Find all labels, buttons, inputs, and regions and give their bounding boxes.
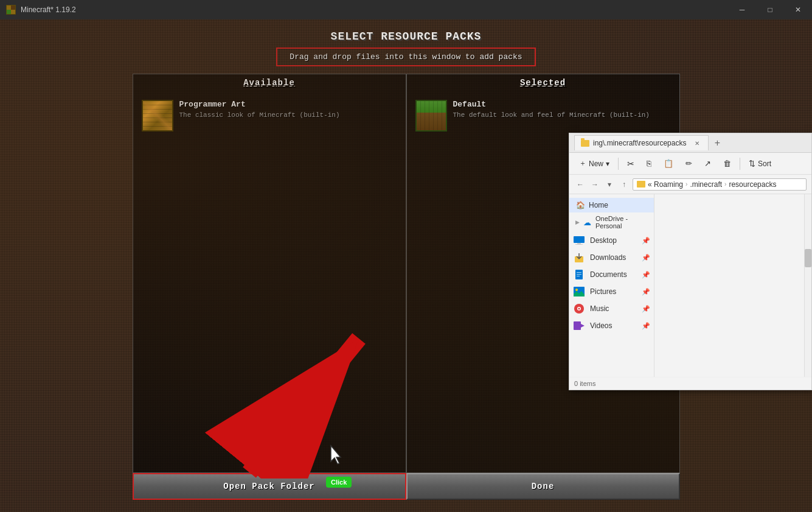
pictures-pin: 📌 — [642, 288, 650, 296]
svg-rect-7 — [574, 236, 585, 243]
delete-icon: 🗑 — [723, 159, 731, 168]
videos-pin: 📌 — [642, 322, 650, 330]
paste-button[interactable]: 📋 — [659, 157, 678, 170]
documents-pin: 📌 — [642, 271, 650, 279]
available-panel: Available Programmer Art The classic loo… — [133, 74, 406, 473]
programmer-art-item[interactable]: Programmer Art The classic look of Minec… — [138, 96, 401, 135]
quick-videos[interactable]: Videos 📌 — [569, 317, 654, 334]
scrollbar-thumb — [805, 249, 811, 267]
music-icon — [573, 303, 585, 315]
share-icon: ↗ — [704, 159, 711, 168]
programmer-art-name: Programmer Art — [179, 100, 397, 109]
minecraft-screen: Select Resource Packs Drag and drop file… — [0, 19, 812, 512]
desktop-pin: 📌 — [642, 237, 650, 245]
svg-rect-12 — [577, 272, 581, 273]
addr-part-2: .minecraft — [690, 180, 722, 189]
toolbar-sep-1 — [618, 158, 619, 170]
screen-title: Select Resource Packs — [331, 30, 482, 43]
explorer-address-bar: ← → ▾ ↑ « Roaming › .minecraft › resourc… — [569, 175, 811, 194]
new-tab-button[interactable]: + — [710, 136, 724, 150]
available-content: Programmer Art The classic look of Minec… — [133, 91, 406, 472]
videos-icon — [573, 320, 585, 332]
programmer-art-desc: The classic look of Minecraft (built-in) — [179, 111, 397, 120]
cut-button[interactable]: ✂ — [622, 157, 639, 170]
explorer-scrollbar[interactable] — [804, 194, 811, 377]
videos-label: Videos — [590, 321, 612, 330]
svg-rect-8 — [577, 243, 581, 244]
default-pack-info: Default The default look and feel of Min… — [453, 100, 671, 120]
explorer-content: 🏠 Home ▶ ☁ OneDrive - Personal Desktop 📌 — [569, 194, 811, 377]
tab-close-button[interactable]: ✕ — [692, 138, 702, 148]
default-pack-item[interactable]: Default The default look and feel of Min… — [412, 96, 675, 135]
sort-button[interactable]: ⇅ Sort — [744, 157, 776, 170]
pictures-icon — [573, 286, 585, 298]
explorer-toolbar: ＋ New ▾ ✂ ⎘ 📋 ✏ ↗ 🗑 — [569, 153, 811, 175]
open-pack-folder-button[interactable]: Open Pack Folder — [133, 473, 406, 500]
expand-icon: ▶ — [575, 219, 580, 225]
sidebar-onedrive-label: OneDrive - Personal — [595, 215, 648, 230]
svg-rect-14 — [577, 276, 580, 276]
up-button[interactable]: ↑ — [618, 178, 630, 191]
address-field[interactable]: « Roaming › .minecraft › resourcepacks — [633, 178, 807, 191]
drag-drop-banner: Drag and drop files into this window to … — [276, 47, 535, 66]
toolbar-sep-2 — [740, 158, 740, 170]
maximize-button[interactable]: □ — [756, 0, 784, 19]
documents-label: Documents — [590, 270, 627, 279]
new-button[interactable]: ＋ New ▾ — [574, 156, 614, 170]
desktop-label: Desktop — [590, 236, 617, 245]
quick-documents[interactable]: Documents 📌 — [569, 266, 654, 283]
explorer-main-content — [654, 194, 811, 377]
new-icon: ＋ — [579, 158, 586, 169]
back-button[interactable]: ← — [574, 178, 586, 191]
delete-button[interactable]: 🗑 — [718, 157, 736, 170]
addr-part-1: « Roaming — [648, 180, 683, 189]
bottom-buttons: Open Pack Folder Done — [133, 473, 680, 500]
sidebar-home-label: Home — [589, 201, 608, 209]
quick-pictures[interactable]: Pictures 📌 — [569, 283, 654, 300]
default-pack-name: Default — [453, 100, 671, 109]
explorer-tabs: ing\.minecraft\resourcepacks ✕ + — [569, 133, 811, 153]
window-controls: ─ □ ✕ — [728, 0, 812, 19]
sidebar-onedrive[interactable]: ▶ ☁ OneDrive - Personal — [569, 212, 654, 232]
share-button[interactable]: ↗ — [699, 157, 716, 170]
selected-header: Selected — [407, 74, 679, 91]
quick-desktop[interactable]: Desktop 📌 — [569, 232, 654, 249]
done-button[interactable]: Done — [406, 473, 680, 500]
svg-rect-20 — [574, 321, 581, 330]
addr-part-3: resourcepacks — [729, 180, 776, 189]
explorer-panel: ing\.minecraft\resourcepacks ✕ + ＋ New ▾… — [569, 133, 812, 390]
copy-button[interactable]: ⎘ — [642, 157, 656, 170]
home-icon: 🏠 — [575, 200, 585, 210]
sort-icon: ⇅ — [749, 159, 755, 168]
tab-title: ing\.minecraft\resourcepacks — [593, 139, 686, 147]
rename-icon: ✏ — [685, 159, 692, 168]
explorer-sidebar: 🏠 Home ▶ ☁ OneDrive - Personal Desktop 📌 — [569, 194, 654, 377]
cut-icon: ✂ — [627, 159, 634, 169]
pictures-label: Pictures — [590, 287, 616, 296]
default-pack-desc: The default look and feel of Minecraft (… — [453, 111, 671, 120]
svg-rect-13 — [577, 274, 581, 275]
documents-icon — [573, 268, 585, 281]
svg-rect-1 — [11, 5, 15, 10]
new-chevron: ▾ — [606, 160, 609, 168]
tab-folder-icon — [581, 140, 589, 147]
svg-rect-0 — [7, 5, 11, 10]
titlebar: Minecraft* 1.19.2 ─ □ ✕ — [0, 0, 812, 19]
new-label: New — [589, 160, 603, 168]
quick-downloads[interactable]: Downloads 📌 — [569, 249, 654, 266]
close-button[interactable]: ✕ — [784, 0, 812, 19]
desktop-icon — [573, 234, 585, 247]
downloads-icon — [573, 251, 585, 264]
rename-button[interactable]: ✏ — [681, 157, 697, 170]
recent-button[interactable]: ▾ — [603, 178, 616, 191]
sidebar-home[interactable]: 🏠 Home — [569, 198, 654, 212]
svg-point-16 — [575, 289, 578, 291]
paste-icon: 📋 — [664, 159, 673, 168]
explorer-tab[interactable]: ing\.minecraft\resourcepacks ✕ — [574, 135, 709, 150]
minimize-button[interactable]: ─ — [728, 0, 756, 19]
quick-music[interactable]: Music 📌 — [569, 300, 654, 317]
svg-marker-21 — [581, 324, 585, 328]
available-header: Available — [133, 74, 406, 91]
forward-button[interactable]: → — [589, 178, 601, 191]
sort-label: Sort — [758, 160, 771, 168]
